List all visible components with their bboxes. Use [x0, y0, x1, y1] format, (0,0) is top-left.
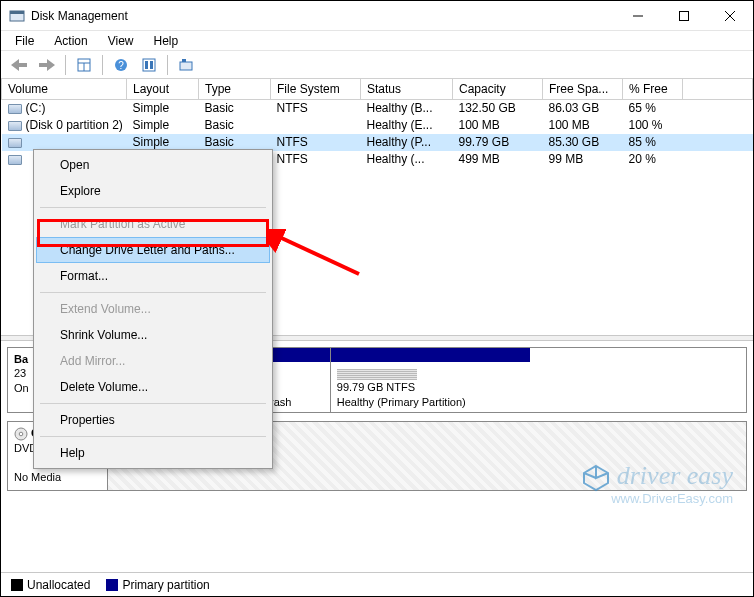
disk-head-line: 23 — [14, 367, 26, 379]
legend-unallocated: Unallocated — [11, 578, 90, 592]
disk-head-line: On — [14, 382, 29, 394]
table-header-row: Volume Layout Type File System Status Ca… — [2, 79, 753, 100]
context-menu-separator — [40, 436, 266, 437]
svg-rect-14 — [145, 61, 148, 69]
cell-layout: Simple — [127, 100, 199, 117]
cell-volume: (Disk 0 partition 2) — [2, 117, 127, 134]
volume-icon — [8, 121, 22, 131]
cell-volume — [2, 134, 127, 151]
action-tool-button[interactable] — [174, 54, 198, 76]
toolbar-separator — [167, 55, 168, 75]
window-controls — [615, 1, 753, 31]
cell-free: 86.03 GB — [543, 100, 623, 117]
col-fs[interactable]: File System — [271, 79, 361, 100]
toolbar: ? — [1, 51, 753, 79]
menu-view[interactable]: View — [98, 32, 144, 50]
col-status[interactable]: Status — [361, 79, 453, 100]
cell-pct: 85 % — [623, 134, 683, 151]
cell-status: Healthy (P... — [361, 134, 453, 151]
svg-rect-15 — [150, 61, 153, 69]
cell-fs: NTFS — [271, 100, 361, 117]
context-menu-item[interactable]: Shrink Volume... — [36, 322, 270, 348]
legend-label: Unallocated — [27, 578, 90, 592]
refresh-tool-button[interactable] — [137, 54, 161, 76]
svg-marker-7 — [39, 59, 55, 71]
context-menu-item[interactable]: Properties — [36, 407, 270, 433]
cell-status: Healthy (E... — [361, 117, 453, 134]
table-row[interactable]: SimpleBasicNTFSHealthy (P...99.79 GB85.3… — [2, 134, 753, 151]
obscured-label — [337, 369, 417, 380]
minimize-button[interactable] — [615, 1, 661, 31]
cell-free: 99 MB — [543, 151, 623, 168]
context-menu-separator — [40, 292, 266, 293]
menu-action[interactable]: Action — [44, 32, 97, 50]
svg-rect-17 — [182, 59, 186, 62]
volume-icon — [8, 155, 22, 165]
cell-capacity: 99.79 GB — [453, 134, 543, 151]
cell-fs: NTFS — [271, 151, 361, 168]
svg-text:?: ? — [118, 60, 124, 71]
menu-help[interactable]: Help — [144, 32, 189, 50]
col-pct[interactable]: % Free — [623, 79, 683, 100]
svg-marker-6 — [11, 59, 27, 71]
svg-rect-13 — [143, 59, 155, 71]
context-menu-item: Extend Volume... — [36, 296, 270, 322]
context-menu-item[interactable]: Explore — [36, 178, 270, 204]
back-button[interactable] — [7, 54, 31, 76]
disk-head-line: Ba — [14, 353, 28, 365]
svg-rect-1 — [10, 11, 24, 14]
toolbar-separator — [65, 55, 66, 75]
legend-bar: Unallocated Primary partition — [1, 572, 753, 596]
cell-pct: 65 % — [623, 100, 683, 117]
legend-label: Primary partition — [122, 578, 209, 592]
svg-rect-3 — [680, 11, 689, 20]
col-layout[interactable]: Layout — [127, 79, 199, 100]
forward-button[interactable] — [35, 54, 59, 76]
cell-status: Healthy (... — [361, 151, 453, 168]
volume-icon — [8, 138, 22, 148]
cell-type: Basic — [199, 134, 271, 151]
svg-rect-16 — [180, 62, 192, 70]
cell-capacity: 100 MB — [453, 117, 543, 134]
context-menu-separator — [40, 207, 266, 208]
cell-fs: NTFS — [271, 134, 361, 151]
help-tool-button[interactable]: ? — [109, 54, 133, 76]
cell-layout: Simple — [127, 117, 199, 134]
cell-status: Healthy (B... — [361, 100, 453, 117]
col-capacity[interactable]: Capacity — [453, 79, 543, 100]
table-row[interactable]: (Disk 0 partition 2)SimpleBasicHealthy (… — [2, 117, 753, 134]
svg-point-19 — [19, 432, 23, 436]
menu-bar: File Action View Help — [1, 31, 753, 51]
table-row[interactable]: (C:)SimpleBasicNTFSHealthy (B...132.50 G… — [2, 100, 753, 117]
cell-fs — [271, 117, 361, 134]
menu-file[interactable]: File — [5, 32, 44, 50]
cell-type: Basic — [199, 117, 271, 134]
col-volume[interactable]: Volume — [2, 79, 127, 100]
col-spare — [683, 79, 753, 100]
close-button[interactable] — [707, 1, 753, 31]
toolbar-separator — [102, 55, 103, 75]
cd-status: No Media — [14, 471, 61, 483]
context-menu-item[interactable]: Change Drive Letter and Paths... — [36, 237, 270, 263]
cell-capacity: 132.50 GB — [453, 100, 543, 117]
maximize-button[interactable] — [661, 1, 707, 31]
context-menu: OpenExploreMark Partition as ActiveChang… — [33, 149, 273, 469]
properties-tool-button[interactable] — [72, 54, 96, 76]
cell-volume: (C:) — [2, 100, 127, 117]
context-menu-item[interactable]: Format... — [36, 263, 270, 289]
cell-layout: Simple — [127, 134, 199, 151]
cell-capacity: 499 MB — [453, 151, 543, 168]
context-menu-item[interactable]: Delete Volume... — [36, 374, 270, 400]
window-title: Disk Management — [31, 9, 615, 23]
cell-type: Basic — [199, 100, 271, 117]
col-free[interactable]: Free Spa... — [543, 79, 623, 100]
col-type[interactable]: Type — [199, 79, 271, 100]
cell-pct: 100 % — [623, 117, 683, 134]
cell-free: 100 MB — [543, 117, 623, 134]
cell-free: 85.30 GB — [543, 134, 623, 151]
partition[interactable]: 99.79 GB NTFSHealthy (Primary Partition) — [330, 348, 530, 412]
app-icon — [9, 8, 25, 24]
context-menu-item[interactable]: Open — [36, 152, 270, 178]
context-menu-item[interactable]: Help — [36, 440, 270, 466]
title-bar: Disk Management — [1, 1, 753, 31]
